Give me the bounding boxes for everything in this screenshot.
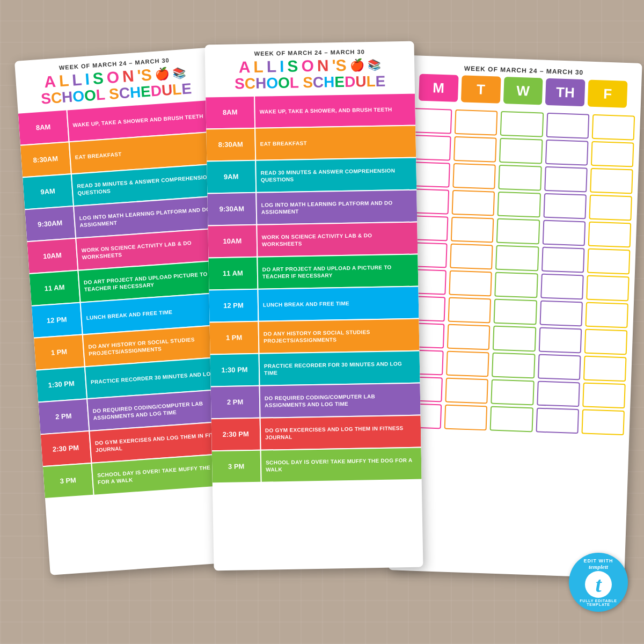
table-row: 2 PM DO REQUIRED CODING/COMPUTER LAB ASS…	[211, 383, 421, 418]
activity-cell: DO ANY HISTORY OR SOCIAL STUDIES PROJECT…	[259, 319, 420, 353]
check-box[interactable]	[446, 351, 489, 377]
check-box[interactable]	[542, 220, 586, 246]
check-box[interactable]	[449, 270, 493, 297]
check-box[interactable]	[544, 166, 588, 193]
table-row: 9:30AM LOG INTO MATH LEARNING PLATFORM A…	[207, 191, 417, 225]
activity-cell: DO ART PROJECT AND UPLOAD A PICTURE TO T…	[258, 255, 418, 289]
time-cell: 12 PM	[209, 290, 258, 322]
card2-rows: 8AM WAKE UP, TAKE A SHOWER, AND BRUSH TE…	[206, 94, 421, 483]
checklist-card: WEEK OF MARCH 24 – MARCH 30 M T W TH F	[388, 55, 642, 579]
check-box[interactable]	[452, 190, 495, 216]
time-cell: 11 AM	[30, 271, 80, 305]
activity-cell: WAKE UP, TAKE A SHOWER, AND BRUSH TEETH	[255, 94, 415, 128]
check-box[interactable]	[453, 136, 497, 163]
check-box[interactable]	[491, 379, 535, 406]
templett-badge: EDIT WITH templett t FULLY EDITABLE TEMP…	[569, 553, 628, 612]
time-cell: 10AM	[208, 225, 257, 258]
activity-cell: DO GYM EXCERCISES AND LOG THEM IN FITNES…	[261, 415, 421, 449]
check-box[interactable]	[447, 324, 491, 350]
activity-cell: SCHOOL DAY IS OVER! TAKE MUFFY THE DOG F…	[261, 448, 422, 481]
checklist-grid	[393, 108, 640, 441]
time-cell: 1:30 PM	[36, 367, 86, 401]
activity-cell: READ 30 MINUTES & ANSWER COMPREHENSION Q…	[256, 158, 416, 192]
check-box[interactable]	[541, 247, 585, 273]
table-row: 12 PM LUNCH BREAK AND FREE TIME	[209, 287, 419, 321]
day-thursday: TH	[545, 78, 585, 107]
time-cell: 2 PM	[38, 399, 89, 434]
time-cell: 9:30AM	[25, 207, 75, 241]
check-box[interactable]	[497, 192, 541, 218]
table-row: 2:30 PM DO GYM EXCERCISES AND LOG THEM I…	[211, 415, 421, 450]
check-box[interactable]	[493, 326, 536, 352]
check-box[interactable]	[537, 381, 580, 407]
check-box[interactable]	[448, 297, 492, 324]
table-row: 8:30AM EAT BREAKFAST	[206, 126, 416, 161]
check-box[interactable]	[581, 409, 625, 435]
check-box[interactable]	[499, 138, 543, 164]
activity-cell: WORK ON SCIENCE ACTIVITY LAB & DO WORKSH…	[257, 223, 418, 257]
check-box[interactable]	[589, 195, 632, 221]
time-cell: 8AM	[18, 110, 69, 144]
table-row: 10AM WORK ON SCIENCE ACTIVITY LAB & DO W…	[208, 223, 418, 258]
check-box[interactable]	[538, 354, 581, 380]
day-friday: F	[588, 80, 627, 108]
time-cell: 2 PM	[211, 386, 260, 419]
check-box[interactable]	[499, 165, 542, 191]
check-box[interactable]	[585, 302, 628, 328]
check-box[interactable]	[591, 114, 635, 141]
check-box[interactable]	[540, 274, 584, 300]
day-wednesday: W	[503, 77, 543, 105]
check-box[interactable]	[444, 405, 488, 431]
check-box[interactable]	[545, 140, 589, 166]
check-box[interactable]	[496, 218, 540, 245]
check-box[interactable]	[536, 407, 579, 434]
check-box[interactable]	[590, 168, 633, 194]
check-box[interactable]	[584, 329, 627, 355]
check-box[interactable]	[582, 382, 626, 408]
check-box[interactable]	[586, 275, 630, 302]
time-cell: 2:30 PM	[41, 431, 91, 466]
check-box[interactable]	[495, 245, 539, 272]
activity-cell: PRACTICE RECORDER FOR 30 MINUTES AND LOG…	[260, 351, 420, 385]
check-box[interactable]	[583, 356, 627, 382]
time-cell: 8:30AM	[20, 142, 71, 177]
table-row: 8AM WAKE UP, TAKE A SHOWER, AND BRUSH TE…	[206, 94, 415, 129]
table-row: 1 PM DO ANY HISTORY OR SOCIAL STUDIES PR…	[210, 319, 420, 354]
check-box[interactable]	[453, 163, 496, 189]
check-box[interactable]	[450, 244, 493, 270]
day-monday: M	[419, 74, 458, 103]
check-box[interactable]	[455, 109, 498, 136]
card2-title: SCHOOL SCHEDULE	[213, 73, 407, 93]
table-row: 1:30 PM PRACTICE RECORDER FOR 30 MINUTES…	[210, 351, 420, 386]
check-box[interactable]	[588, 222, 631, 248]
activity-cell: LUNCH BREAK AND FREE TIME	[258, 287, 419, 320]
check-box[interactable]	[492, 353, 535, 379]
time-cell: 11 AM	[208, 258, 257, 290]
time-cell: 12 PM	[32, 303, 82, 338]
check-box[interactable]	[543, 193, 587, 219]
time-cell: 2:30 PM	[211, 419, 260, 451]
table-row: 11 AM DO ART PROJECT AND UPLOAD A PICTUR…	[208, 255, 418, 290]
time-cell: 9:30AM	[207, 193, 256, 225]
check-box[interactable]	[587, 248, 631, 275]
check-box[interactable]	[495, 272, 538, 298]
table-row: 9AM READ 30 MINUTES & ANSWER COMPREHENSI…	[207, 158, 416, 193]
card2-header: WEEK OF MARCH 24 – MARCH 30 ALLISON'S 🍎 …	[204, 41, 415, 98]
check-box[interactable]	[451, 217, 494, 243]
time-cell: 8AM	[206, 97, 254, 129]
check-box[interactable]	[500, 111, 544, 137]
activity-cell: EAT BREAKFAST	[255, 126, 416, 160]
table-row: 3 PM SCHOOL DAY IS OVER! TAKE MUFFY THE …	[212, 448, 422, 482]
check-box[interactable]	[494, 299, 537, 325]
check-box[interactable]	[490, 406, 533, 433]
time-cell: 3 PM	[212, 451, 261, 483]
check-box[interactable]	[539, 301, 583, 327]
check-box[interactable]	[546, 113, 589, 139]
check-box[interactable]	[445, 378, 489, 404]
activity-cell: DO REQUIRED CODING/COMPUTER LAB ASSIGNME…	[260, 383, 421, 417]
time-cell: 1 PM	[34, 335, 84, 369]
check-box[interactable]	[538, 327, 582, 354]
check-box[interactable]	[591, 141, 634, 167]
time-cell: 9AM	[23, 174, 73, 209]
time-cell: 1 PM	[210, 322, 259, 354]
